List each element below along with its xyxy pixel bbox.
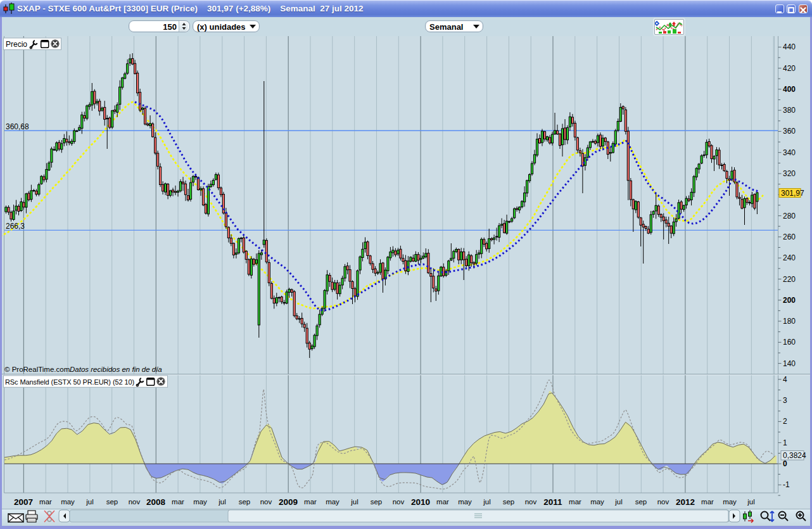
svg-text:-1: -1 xyxy=(783,480,790,489)
svg-text:2011: 2011 xyxy=(543,497,562,507)
svg-text:2010: 2010 xyxy=(411,497,430,507)
svg-text:240: 240 xyxy=(783,253,796,262)
svg-text:may: may xyxy=(723,498,737,506)
svg-text:Precio: Precio xyxy=(6,40,27,49)
svg-text:2009: 2009 xyxy=(279,497,298,507)
svg-text:mar: mar xyxy=(172,498,184,506)
svg-text:280: 280 xyxy=(783,212,796,220)
svg-text:Datos recibidos en fin de día: Datos recibidos en fin de día xyxy=(70,366,162,373)
svg-text:160: 160 xyxy=(783,338,796,347)
svg-text:3: 3 xyxy=(783,396,787,405)
svg-text:may: may xyxy=(590,498,604,506)
svg-text:400: 400 xyxy=(783,85,796,94)
svg-text:nov: nov xyxy=(525,498,537,506)
svg-text:nov: nov xyxy=(260,498,272,506)
svg-text:jul: jul xyxy=(747,498,755,506)
svg-text:© ProRealTime.com: © ProRealTime.com xyxy=(4,366,70,373)
svg-text:380: 380 xyxy=(783,106,796,115)
svg-text:mar: mar xyxy=(304,498,317,506)
svg-text:220: 220 xyxy=(783,275,796,284)
svg-text:mar: mar xyxy=(569,498,581,506)
svg-text:jul: jul xyxy=(483,498,491,506)
svg-text:200: 200 xyxy=(783,296,796,305)
svg-text:jul: jul xyxy=(350,498,358,506)
svg-text:0,3824: 0,3824 xyxy=(783,451,806,460)
svg-text:jul: jul xyxy=(218,498,226,506)
svg-text:360: 360 xyxy=(783,127,796,136)
svg-text:420: 420 xyxy=(783,64,796,73)
svg-text:260: 260 xyxy=(783,233,796,241)
svg-text:301,97: 301,97 xyxy=(781,189,804,198)
svg-text:may: may xyxy=(61,498,75,506)
svg-text:140: 140 xyxy=(783,359,796,368)
svg-text:4: 4 xyxy=(783,375,787,384)
svg-text:320: 320 xyxy=(783,169,796,178)
svg-text:1: 1 xyxy=(783,438,787,447)
svg-text:sep: sep xyxy=(106,498,118,506)
svg-text:2007: 2007 xyxy=(14,497,33,507)
svg-text:266,3: 266,3 xyxy=(6,222,25,231)
svg-text:sep: sep xyxy=(239,498,251,506)
svg-text:may: may xyxy=(326,498,339,506)
svg-text:mar: mar xyxy=(436,498,449,506)
svg-text:nov: nov xyxy=(657,498,669,506)
svg-text:RSc Mansfield (ESTX 50 PR.EUR): RSc Mansfield (ESTX 50 PR.EUR) (52 10) xyxy=(5,378,134,386)
svg-text:2: 2 xyxy=(783,417,787,426)
svg-text:sep: sep xyxy=(635,498,647,506)
svg-text:440: 440 xyxy=(783,42,796,51)
svg-text:180: 180 xyxy=(783,317,796,326)
svg-text:may: may xyxy=(193,498,207,506)
svg-text:mar: mar xyxy=(39,498,52,506)
svg-text:sep: sep xyxy=(503,498,515,506)
svg-text:sep: sep xyxy=(371,498,383,506)
svg-text:jul: jul xyxy=(86,498,94,506)
svg-text:mar: mar xyxy=(701,498,714,506)
svg-text:2008: 2008 xyxy=(146,497,166,507)
svg-text:2012: 2012 xyxy=(676,497,695,507)
svg-text:nov: nov xyxy=(393,498,405,506)
svg-text:jul: jul xyxy=(614,498,623,506)
svg-text:360,68: 360,68 xyxy=(6,122,29,131)
svg-text:0: 0 xyxy=(783,459,787,468)
svg-text:nov: nov xyxy=(129,498,141,506)
svg-text:340: 340 xyxy=(783,148,796,157)
svg-text:may: may xyxy=(458,498,472,506)
